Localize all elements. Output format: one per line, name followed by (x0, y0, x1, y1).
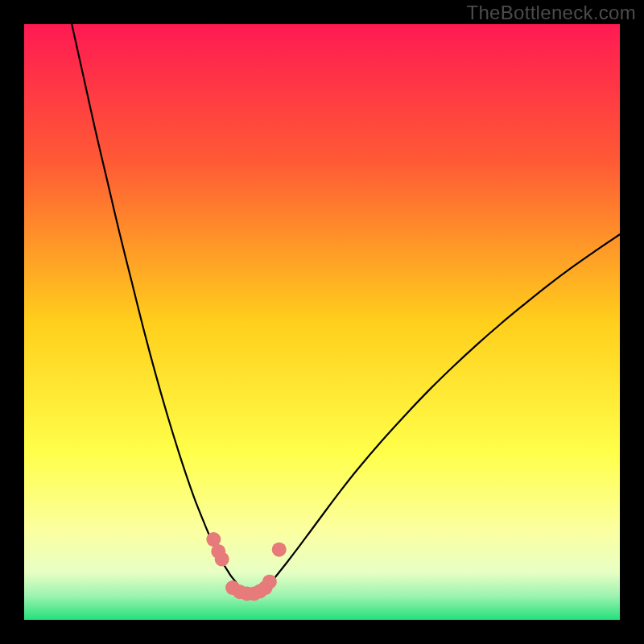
marker-dot (215, 552, 229, 567)
chart-frame: TheBottleneck.com (0, 0, 644, 644)
plot-area (24, 24, 620, 620)
chart-svg (24, 24, 620, 620)
marker-dot (272, 543, 287, 557)
marker-dot (262, 575, 277, 589)
watermark-text: TheBottleneck.com (466, 2, 636, 24)
gradient-background (24, 24, 620, 620)
